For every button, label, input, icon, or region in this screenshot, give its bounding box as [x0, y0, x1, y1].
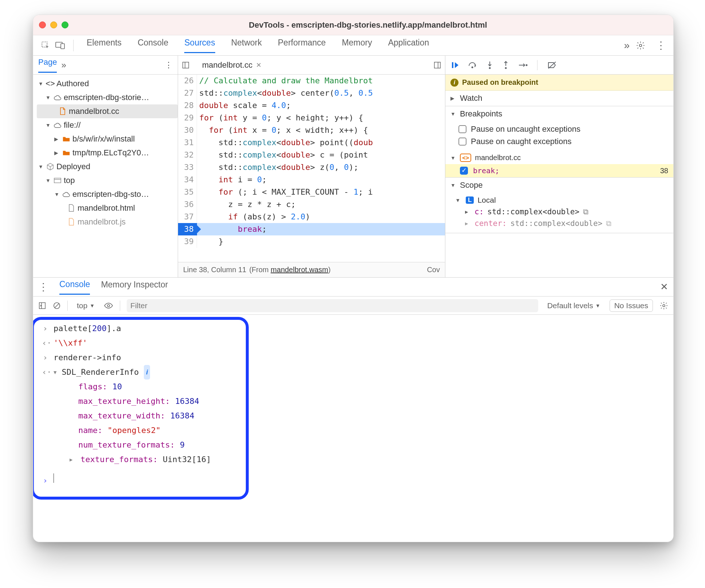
drawer-tab-console[interactable]: Console — [59, 279, 90, 295]
cloud-icon — [54, 121, 62, 129]
svg-rect-19 — [39, 302, 46, 309]
overflow-navigator-icon[interactable]: » — [61, 60, 63, 70]
memory-inspector-icon[interactable]: ⧉ — [583, 207, 588, 216]
zoom-window-button[interactable] — [62, 21, 68, 28]
tab-elements[interactable]: Elements — [87, 38, 122, 53]
code-editor[interactable]: 26// Calculate and draw the Mandelbrot 2… — [178, 75, 445, 262]
svg-rect-10 — [452, 62, 453, 68]
main-toolbar: Elements Console Sources Network Perform… — [33, 35, 673, 56]
svg-point-11 — [472, 66, 473, 68]
console-output-2[interactable]: ‹·▼SDL_RendererInfo i — [42, 365, 665, 380]
svg-line-22 — [55, 303, 59, 307]
watch-section[interactable]: ▶Watch — [445, 91, 673, 106]
close-window-button[interactable] — [39, 21, 46, 28]
console-settings-icon[interactable] — [659, 301, 668, 310]
info-badge-icon[interactable]: i — [144, 365, 150, 380]
gear-icon[interactable] — [634, 39, 647, 52]
obj-prop-tf[interactable]: ▶texture_formats: Uint32[16] — [42, 452, 665, 467]
resume-icon[interactable] — [450, 61, 459, 69]
tab-application[interactable]: Application — [388, 38, 429, 53]
svg-point-15 — [505, 67, 507, 69]
toggle-navigator-icon[interactable] — [182, 61, 193, 69]
tree-authored[interactable]: ▼<>Authored — [37, 77, 178, 91]
tree-js[interactable]: mandelbrot.js — [37, 215, 178, 229]
step-over-icon[interactable] — [468, 61, 477, 69]
console-input-2: ›renderer->info — [42, 350, 665, 365]
step-out-icon[interactable] — [502, 61, 509, 69]
page-icon — [67, 204, 75, 212]
file-tree: ▼<>Authored ▼emscripten-dbg-storie… mand… — [33, 75, 178, 231]
tree-folder-b[interactable]: ▶tmp/tmp.ELcTq2Y0… — [37, 146, 178, 160]
cloud-icon — [54, 94, 62, 102]
scope-var-center[interactable]: ▶center: std::complex<double> ⧉ — [453, 218, 668, 229]
console-prompt[interactable]: › — [42, 473, 665, 488]
tree-file-scheme[interactable]: ▼file:// — [37, 118, 178, 132]
editor-statusbar: Line 38, Column 11 (From mandelbrot.wasm… — [178, 262, 445, 277]
navigator-more-icon[interactable]: ⋮ — [165, 60, 173, 70]
file-icon — [59, 107, 67, 115]
clear-console-icon[interactable] — [53, 302, 61, 310]
folder-icon — [62, 135, 70, 143]
toggle-debugger-icon[interactable] — [433, 61, 441, 69]
tree-site-authored[interactable]: ▼emscripten-dbg-storie… — [37, 91, 178, 104]
tree-site-deployed[interactable]: ▼emscripten-dbg-sto… — [37, 187, 178, 201]
kebab-menu-icon[interactable]: ⋮ — [654, 39, 667, 52]
close-tab-icon[interactable]: ✕ — [256, 61, 261, 69]
live-expression-icon[interactable] — [104, 302, 113, 309]
folder-icon — [62, 149, 70, 157]
obj-prop-name: name: "opengles2" — [42, 423, 665, 438]
drawer-close-icon[interactable]: ✕ — [660, 281, 668, 293]
inspect-element-icon[interactable] — [39, 39, 52, 52]
breakpoint-checkbox[interactable] — [460, 167, 468, 175]
toggle-console-sidebar-icon[interactable] — [38, 302, 46, 310]
overflow-tabs-icon[interactable]: » — [624, 40, 627, 51]
device-toolbar-icon[interactable] — [54, 39, 67, 52]
tree-file-mandelbrot-cc[interactable]: mandelbrot.cc — [37, 104, 178, 118]
svg-point-24 — [663, 305, 665, 307]
console-output[interactable]: ›palette[200].a ‹·'\\xff' ›renderer->inf… — [33, 315, 673, 502]
deactivate-breakpoints-icon[interactable] — [547, 61, 557, 69]
drawer-more-icon[interactable]: ⋮ — [38, 281, 48, 293]
editor-tab[interactable]: mandelbrot.cc✕ — [198, 59, 265, 71]
scope-local[interactable]: ▼LLocal — [453, 194, 668, 206]
log-levels-selector[interactable]: Default levels▼ — [545, 300, 603, 311]
svg-point-17 — [526, 64, 528, 66]
tree-deployed[interactable]: ▼Deployed — [37, 160, 178, 174]
tab-memory[interactable]: Memory — [342, 38, 372, 53]
breakpoint-file[interactable]: ▼<>mandelbrot.cc — [445, 151, 673, 164]
step-icon[interactable] — [518, 61, 528, 69]
minimize-window-button[interactable] — [50, 21, 57, 28]
cursor-position: Line 38, Column 11 — [183, 266, 246, 274]
coverage-toggle[interactable]: Cov — [427, 266, 440, 274]
issues-button[interactable]: No Issues — [610, 299, 653, 312]
drawer: ⋮ Console Memory Inspector ✕ top▼ Defaul… — [33, 278, 673, 502]
scope-var-c[interactable]: ▶c: std::complex<double> ⧉ — [453, 206, 668, 218]
tab-console[interactable]: Console — [138, 38, 168, 53]
paused-banner: i Paused on breakpoint — [445, 75, 673, 91]
devtools-window: DevTools - emscripten-dbg-stories.netlif… — [33, 15, 674, 542]
obj-prop-flags: flags: 10 — [42, 380, 665, 394]
breakpoints-section[interactable]: ▼Breakpoints — [445, 106, 673, 122]
tab-sources[interactable]: Sources — [184, 38, 215, 53]
box-icon — [46, 163, 54, 171]
svg-rect-8 — [434, 62, 441, 68]
svg-point-13 — [489, 67, 491, 69]
pause-caught-checkbox[interactable]: Pause on caught exceptions — [458, 135, 668, 148]
svg-rect-6 — [183, 62, 189, 68]
tree-folder-a[interactable]: ▶b/s/w/ir/x/w/install — [37, 132, 178, 146]
navigator-tab-page[interactable]: Page — [38, 57, 57, 73]
tree-top[interactable]: ▼top — [37, 174, 178, 187]
breakpoint-item[interactable]: break;38 — [445, 164, 673, 177]
console-output-1: ‹·'\\xff' — [42, 336, 665, 350]
step-into-icon[interactable] — [486, 61, 493, 69]
tree-html[interactable]: mandelbrot.html — [37, 201, 178, 215]
console-filter-input[interactable] — [127, 299, 538, 312]
editor-panel: mandelbrot.cc✕ 26// Calculate and draw t… — [178, 56, 445, 277]
scope-section[interactable]: ▼Scope — [445, 178, 673, 193]
status-from: (From mandelbrot.wasm) — [249, 266, 330, 274]
pause-uncaught-checkbox[interactable]: Pause on uncaught exceptions — [458, 123, 668, 135]
tab-network[interactable]: Network — [231, 38, 262, 53]
drawer-tab-memory-inspector[interactable]: Memory Inspector — [101, 280, 168, 294]
context-selector[interactable]: top▼ — [74, 300, 97, 311]
tab-performance[interactable]: Performance — [278, 38, 326, 53]
